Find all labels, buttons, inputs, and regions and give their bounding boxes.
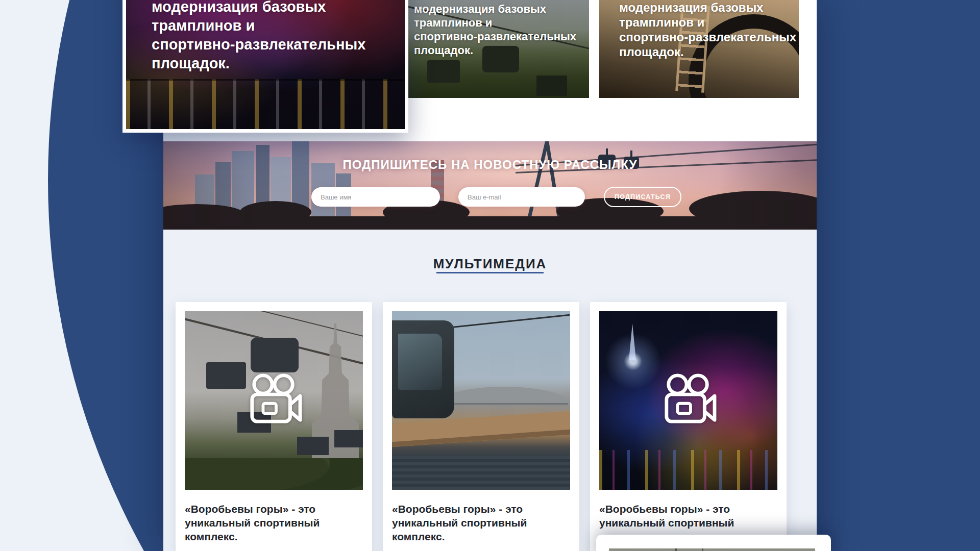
heading-underline: [436, 272, 544, 273]
multimedia-section: МУЛЬТИМЕДИА: [163, 230, 817, 551]
multimedia-card-3[interactable]: «Воробьевы горы» - это уникальный спорти…: [590, 302, 787, 551]
popup-image[interactable]: [609, 548, 815, 551]
multimedia-heading: МУЛЬТИМЕДИА: [163, 256, 817, 272]
banner-vignette: [163, 141, 817, 230]
subscribe-button[interactable]: ПОДПИСАТЬСЯ: [604, 187, 681, 207]
tree-silhouette: [185, 458, 363, 490]
name-input[interactable]: [311, 187, 440, 207]
multimedia-card-1[interactable]: «Воробьевы горы» - это уникальный спорти…: [176, 302, 372, 551]
news-card-2[interactable]: модернизация базовых трамплинов и спорти…: [407, 0, 589, 98]
page: модернизация базовых трамплинов и спорти…: [0, 0, 980, 551]
multimedia-card-1-image: [185, 311, 363, 490]
multimedia-card-2[interactable]: «Воробьевы горы» - это уникальный спорти…: [383, 302, 579, 551]
multimedia-card-1-caption: «Воробьевы горы» - это уникальный спорти…: [185, 502, 363, 543]
news-card-3-text: модернизация базовых трамплинов и спорти…: [619, 0, 796, 59]
cable-car-cabin: [392, 320, 454, 418]
news-card-1-image: модернизация базовых трамплинов и спорти…: [126, 0, 405, 129]
cable-car-cabin: [206, 362, 246, 389]
content-column: модернизация базовых трамплинов и спорти…: [163, 0, 817, 551]
multimedia-card-3-image: [599, 311, 777, 490]
news-card-2-text: модернизация базовых трамплинов и спорти…: [414, 2, 576, 57]
newsletter-banner: ПОДПИШИТЕСЬ НА НОВОСТНУЮ РАССЫЛКУ ПОДПИС…: [163, 141, 817, 230]
video-camera-icon: [243, 373, 305, 425]
email-input[interactable]: [458, 187, 585, 207]
bottom-popup-panel: [596, 535, 831, 551]
river-water: [392, 456, 570, 490]
news-card-3[interactable]: модернизация базовых трамплинов и спорти…: [599, 0, 799, 98]
newsletter-title: ПОДПИШИТЕСЬ НА НОВОСТНУЮ РАССЫЛКУ: [163, 158, 817, 172]
news-section: модернизация базовых трамплинов и спорти…: [163, 0, 817, 141]
video-camera-icon: [657, 373, 720, 425]
news-card-1-featured[interactable]: модернизация базовых трамплинов и спорти…: [122, 0, 408, 133]
multimedia-card-2-caption: «Воробьевы горы» - это уникальный спорти…: [392, 502, 570, 543]
news-card-1-text: модернизация базовых трамплинов и спорти…: [152, 0, 365, 73]
multimedia-card-2-image: [392, 311, 570, 490]
